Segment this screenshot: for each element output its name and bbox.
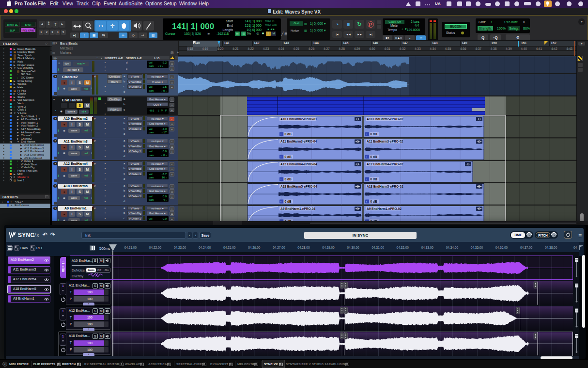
svg-text:↑: ↑ — [280, 156, 282, 159]
svg-text:0 dB: 0 dB — [285, 177, 292, 181]
svg-text:A11 EndHarm3-ePRO-02: A11 EndHarm3-ePRO-02 — [367, 140, 403, 143]
svg-text:0 dB: 0 dB — [371, 132, 377, 136]
svg-text:↑: ↑ — [280, 178, 282, 181]
svg-text:↑: ↑ — [366, 178, 368, 181]
svg-text:↑: ↑ — [280, 133, 282, 136]
svg-text:0 dB: 0 dB — [371, 155, 377, 159]
svg-text:A9 EndHarm1-ePRO-02: A9 EndHarm1-ePRO-02 — [367, 207, 402, 210]
svg-text:A12 EndHarm4-ePRO-02: A12 EndHarm4-ePRO-02 — [367, 162, 403, 166]
svg-text:A18 EndHarm5-ePRO-02: A18 EndHarm5-ePRO-02 — [367, 185, 403, 188]
svg-text:↑: ↑ — [280, 200, 282, 203]
svg-text:0 dB: 0 dB — [371, 177, 377, 181]
svg-text:0 dB: 0 dB — [371, 200, 377, 203]
svg-text:↑: ↑ — [366, 133, 368, 136]
svg-text:A10 EndHarm2-ePRO-02: A10 EndHarm2-ePRO-02 — [367, 117, 403, 121]
svg-text:A9 EndHarm1-ePRO-04: A9 EndHarm1-ePRO-04 — [280, 207, 315, 210]
svg-text:↑: ↑ — [366, 156, 368, 159]
svg-text:A18 EndHarm5-ePRO-04: A18 EndHarm5-ePRO-04 — [280, 185, 317, 188]
svg-text:↑: ↑ — [366, 200, 368, 203]
svg-text:A10 EndHarm2-ePRO-01: A10 EndHarm2-ePRO-01 — [280, 117, 317, 121]
svg-text:0 dB: 0 dB — [285, 155, 292, 159]
svg-text:0 dB: 0 dB — [285, 132, 292, 136]
svg-text:A11 EndHarm3-ePRO-04: A11 EndHarm3-ePRO-04 — [280, 140, 317, 143]
svg-text:A12 EndHarm4-ePRO-04: A12 EndHarm4-ePRO-04 — [280, 162, 317, 166]
svg-text:0 dB: 0 dB — [285, 200, 292, 203]
